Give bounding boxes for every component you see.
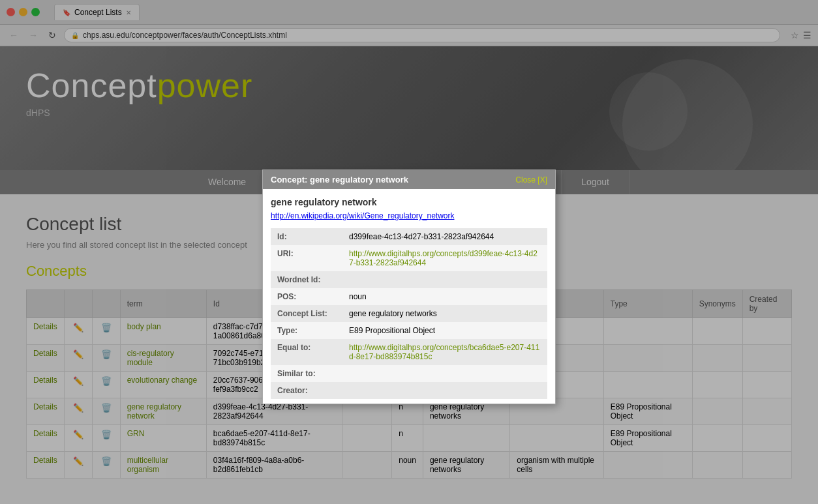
modal-header: Concept: gene regulatory network Close [… (263, 170, 555, 189)
modal-field-value: gene regulatory networks (342, 305, 547, 322)
modal-field-label: Similar to: (271, 365, 342, 382)
modal-field-label: Equal to: (271, 339, 342, 365)
modal-table-row: Concept List: gene regulatory networks (271, 305, 547, 322)
modal-field-value (342, 365, 547, 382)
modal-field-value: http://www.digitalhps.org/concepts/d399f… (342, 245, 547, 271)
modal-table-row: Similar to: (271, 365, 547, 382)
modal-close-button[interactable]: Close [X] (515, 175, 547, 185)
modal-table-row: Wordnet Id: (271, 271, 547, 288)
modal-field-value: E89 Propositional Object (342, 322, 547, 339)
modal-field-label: Creator: (271, 382, 342, 399)
modal-table-row: URI: http://www.digitalhps.org/concepts/… (271, 245, 547, 271)
modal-table-row: Type: E89 Propositional Object (271, 322, 547, 339)
modal-field-label: Wordnet Id: (271, 271, 342, 288)
modal-field-value (342, 271, 547, 288)
modal-field-label: Id: (271, 228, 342, 245)
modal-table-row: Id: d399feae-4c13-4d27-b331-2823af942644 (271, 228, 547, 245)
modal-concept-url[interactable]: http://en.wikipedia.org/wiki/Gene_regula… (271, 211, 547, 220)
modal-concept-name: gene regulatory network (271, 197, 547, 207)
modal-field-value (342, 382, 547, 399)
modal-detail-table: Id: d399feae-4c13-4d27-b331-2823af942644… (271, 228, 547, 399)
modal-table-row: Creator: (271, 382, 547, 399)
modal-field-label: Type: (271, 322, 342, 339)
concept-detail-modal: Concept: gene regulatory network Close [… (262, 170, 556, 404)
modal-field-label: Concept List: (271, 305, 342, 322)
modal-title: Concept: gene regulatory network (271, 175, 408, 185)
modal-table-row: POS: noun (271, 288, 547, 305)
modal-field-value: http://www.digitalhps.org/concepts/bca6d… (342, 339, 547, 365)
modal-field-link[interactable]: http://www.digitalhps.org/concepts/bca6d… (349, 343, 539, 361)
modal-table-row: Equal to: http://www.digitalhps.org/conc… (271, 339, 547, 365)
modal-overlay[interactable]: Concept: gene regulatory network Close [… (0, 0, 818, 504)
modal-field-label: URI: (271, 245, 342, 271)
modal-field-label: POS: (271, 288, 342, 305)
modal-concept-url-link[interactable]: http://en.wikipedia.org/wiki/Gene_regula… (271, 211, 454, 220)
modal-field-value: d399feae-4c13-4d27-b331-2823af942644 (342, 228, 547, 245)
modal-body: gene regulatory network http://en.wikipe… (263, 189, 555, 404)
modal-field-link[interactable]: http://www.digitalhps.org/concepts/d399f… (349, 249, 538, 267)
modal-field-value: noun (342, 288, 547, 305)
